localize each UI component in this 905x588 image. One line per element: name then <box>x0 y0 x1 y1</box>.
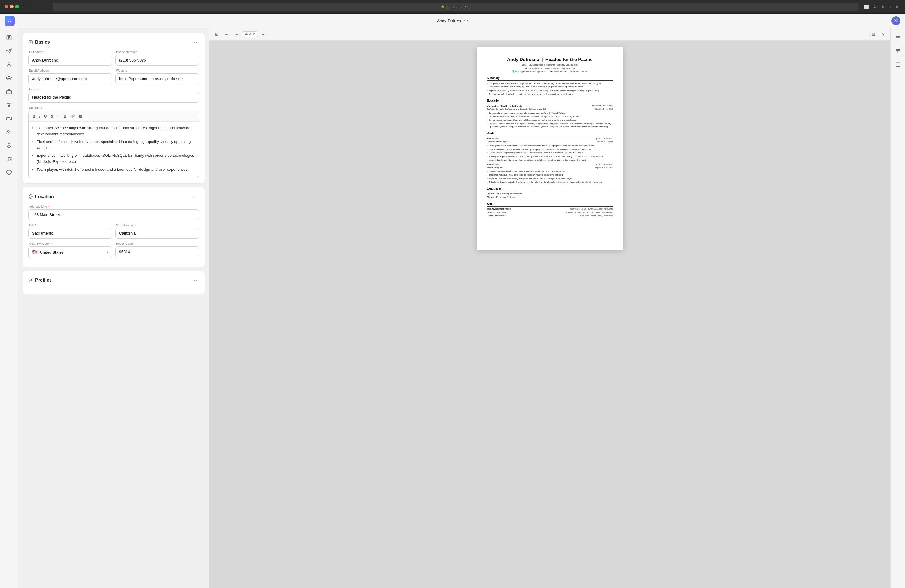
right-sidebar-layout[interactable] <box>892 45 904 57</box>
bold-btn[interactable]: B <box>31 113 37 120</box>
headline-input[interactable] <box>29 92 199 103</box>
sidebar-item-user[interactable] <box>3 59 15 71</box>
resume-work-1-b4: Actively participated in code reviews, p… <box>487 155 613 158</box>
refresh-btn[interactable]: ↻ <box>872 3 878 10</box>
unlink-btn[interactable]: ⛓ <box>77 114 84 119</box>
location-country-postal-row: Country/Region* 🇺🇸 United States ▾ Posta… <box>29 242 199 258</box>
full-name-label: Full Name* <box>29 50 112 54</box>
close-button[interactable] <box>5 5 8 8</box>
zoom-control[interactable]: 92% ▾ <box>242 31 257 37</box>
link-btn[interactable]: 🔗 <box>69 113 76 120</box>
resume-skill-1: Web Development: Master Keywords: Python… <box>487 208 613 211</box>
zoom-in-btn[interactable]: + <box>260 31 267 38</box>
cast-btn[interactable]: ⬜ <box>863 3 870 10</box>
sidebar-item-profile[interactable] <box>3 32 15 44</box>
right-sidebar <box>891 28 905 588</box>
sidebar-item-rocket[interactable] <box>3 139 15 152</box>
app-title-center[interactable]: Andy Dufresne ▾ <box>437 18 468 23</box>
country-group: Country/Region* 🇺🇸 United States ▾ <box>29 242 112 258</box>
preview-toolbar-right: ↓⊡ 🖨 <box>868 31 887 38</box>
resume-skill-3: Design: Intermediate Keywords: Sketch, F… <box>487 214 613 217</box>
profiles-card-title: Profiles <box>29 278 52 283</box>
sidebar-item-work[interactable] <box>3 86 15 98</box>
profiles-card: Profiles ⋯ <box>22 271 205 294</box>
sidebar-item-person-add[interactable] <box>3 126 15 138</box>
state-group: State/Province <box>115 223 199 239</box>
resume-work-2-header: PPResume https://ppresume.com <box>487 163 613 166</box>
resume-summary-b1: Computer Science major with strong found… <box>487 82 613 85</box>
summary-label: Summary <box>29 106 199 109</box>
address-input[interactable] <box>29 209 199 220</box>
address-bar[interactable]: 🔒 ppresume.com <box>52 3 859 11</box>
sidebar-item-translate[interactable] <box>3 99 15 111</box>
resume-summary-b2: Pixel perfect full stack web developer, … <box>487 85 613 88</box>
italic-btn[interactable]: I <box>37 113 42 120</box>
app-title-text: Andy Dufresne <box>437 18 465 23</box>
profiles-menu-btn[interactable]: ⋯ <box>191 277 199 284</box>
svg-rect-12 <box>896 63 900 67</box>
print-btn[interactable]: 🖨 <box>878 31 887 38</box>
forward-btn[interactable]: → <box>41 3 48 10</box>
editor-content[interactable]: Computer Science major with strong found… <box>29 122 198 178</box>
user-avatar[interactable]: XI <box>891 16 900 25</box>
email-group: Email Address* <box>29 69 112 84</box>
profiles-icon <box>29 278 33 282</box>
phone-group: Phone Number <box>115 50 199 65</box>
zoom-out-btn[interactable]: − <box>233 31 240 38</box>
postal-input[interactable] <box>115 246 199 257</box>
basics-headline-row: Headline <box>29 87 199 103</box>
underline-btn[interactable]: U <box>43 113 48 120</box>
state-input[interactable] <box>115 228 199 239</box>
grid-btn[interactable]: ⊞ <box>895 3 900 10</box>
strikethrough-btn[interactable]: S <box>49 113 55 120</box>
bullet-list-btn[interactable]: ≡ <box>56 113 61 120</box>
website-input[interactable] <box>115 73 199 84</box>
minimize-button[interactable] <box>10 5 14 8</box>
city-label: City* <box>29 223 112 227</box>
full-name-input[interactable] <box>29 55 112 65</box>
sidebar-item-send[interactable] <box>3 45 15 57</box>
resume-summary-b3: Experience in working with databases (SQ… <box>487 89 613 92</box>
phone-input[interactable] <box>115 55 199 65</box>
svg-point-6 <box>10 160 11 161</box>
right-sidebar-template[interactable] <box>892 59 904 71</box>
back-btn[interactable]: ← <box>31 3 38 10</box>
lock-icon: 🔒 <box>441 5 445 8</box>
sidebar-item-video[interactable] <box>3 113 15 125</box>
sidebar-item-heart[interactable] <box>3 166 15 179</box>
share-btn[interactable]: ⬆ <box>880 3 886 10</box>
resume-lang-1: English: Native or Bilingual Proficiency <box>487 192 613 195</box>
resume-work-2: PPResume https://ppresume.com Software E… <box>487 163 613 184</box>
sidebar-toggle-btn[interactable]: ⊞ <box>21 3 29 10</box>
resume-header: Andy Dufresne | Headed for the Pacific 9… <box>487 56 613 73</box>
maximize-button[interactable] <box>15 5 19 8</box>
website-label: Website <box>115 69 199 72</box>
numbered-list-btn[interactable]: ≣ <box>62 113 68 120</box>
basics-card-title: Basics <box>29 40 50 45</box>
new-tab-btn[interactable]: + <box>888 3 892 10</box>
country-chevron-icon: ▾ <box>106 250 108 254</box>
resume-contact-line: ☎ (213) 555-9876 ✉ andy.dufresne@ppresum… <box>487 67 613 70</box>
city-input[interactable] <box>29 228 112 239</box>
location-card-title: Location <box>29 194 54 199</box>
sidebar-item-education[interactable] <box>3 72 15 84</box>
location-title-text: Location <box>35 194 54 199</box>
download-btn[interactable]: ↓⊡ <box>868 31 877 38</box>
move-btn[interactable]: ✛ <box>223 31 231 38</box>
country-select-wrapper[interactable]: 🇺🇸 United States ▾ <box>29 246 112 258</box>
basics-menu-btn[interactable]: ⋯ <box>191 38 199 46</box>
email-label: Email Address* <box>29 69 112 72</box>
right-sidebar-text-style[interactable] <box>892 32 904 44</box>
browser-chrome: ⊞ ← → 🔒 ppresume.com ⬜ ↻ ⬆ + ⊞ <box>0 0 905 14</box>
location-menu-btn[interactable]: ⋯ <box>191 193 199 200</box>
sidebar-item-music[interactable] <box>3 153 15 165</box>
email-input[interactable] <box>29 73 112 84</box>
headline-group: Headline <box>29 87 199 103</box>
browser-right-controls: ⬜ ↻ ⬆ + ⊞ <box>863 3 900 10</box>
resume-work-2-b2: Integrated with RESTful APIs to fetch an… <box>487 173 613 176</box>
frame-btn[interactable]: ⊡ <box>213 31 221 38</box>
resume-work-1-header: PPResume https://ppresume.com <box>487 137 613 140</box>
profiles-title-text: Profiles <box>35 278 52 283</box>
full-name-group: Full Name* <box>29 50 112 65</box>
resume-paper: Andy Dufresne | Headed for the Pacific 9… <box>477 47 623 250</box>
